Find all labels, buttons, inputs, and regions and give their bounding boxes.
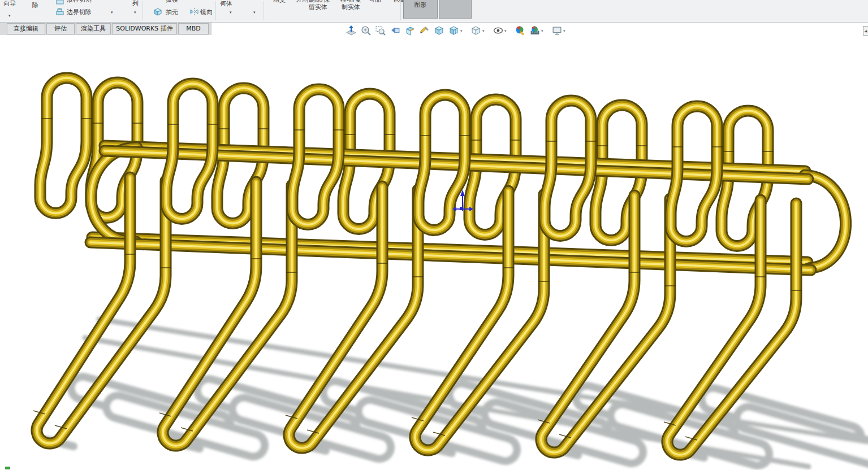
hide-show-items-icon[interactable] (493, 25, 504, 37)
split-button[interactable]: 分割 (296, 0, 308, 3)
chevron-down-icon[interactable]: ▾ (111, 10, 113, 15)
shell-button[interactable]: 抽壳 (166, 8, 178, 16)
chevron-down-icon[interactable]: ▾ (504, 29, 507, 33)
chevron-down-icon[interactable]: ▾ (134, 10, 136, 15)
instant3d-toggle[interactable]: Instant3D (439, 0, 472, 19)
delete-keep-body-button[interactable]: 留实体 (309, 3, 327, 11)
status-indicator (5, 467, 10, 469)
chevron-down-icon[interactable]: ▾ (460, 29, 463, 33)
extruded-cut-button[interactable]: 除 (32, 2, 38, 9)
reference-geometry-button[interactable]: 何体 (220, 0, 232, 7)
intersect-button[interactable]: 相交 (273, 0, 286, 3)
edit-appearance-icon[interactable] (515, 25, 526, 37)
mirror-icon (190, 7, 198, 18)
display-style-icon[interactable] (471, 25, 482, 37)
chevron-down-icon[interactable]: ▾ (482, 29, 485, 33)
boundary-cut-button[interactable]: 边界切除 (67, 8, 92, 16)
dynamic-annotation-icon[interactable] (420, 25, 431, 37)
flex-button[interactable]: 弯曲 (369, 0, 381, 3)
chevron-down-icon[interactable]: ▾ (230, 10, 232, 15)
orientation-cube-icon[interactable] (449, 25, 460, 37)
features-ribbon: 向导 ▾ 除 放样切割 边界切除 ▾ 列 ▾ 拔模 抽壳 镜向 何体 ▾ ▾ (0, 0, 868, 23)
boundary-cut-icon (56, 7, 64, 18)
view-settings-icon[interactable] (552, 25, 563, 37)
zoom-fit-icon[interactable] (361, 25, 372, 37)
chevron-down-icon[interactable]: ▾ (541, 29, 543, 33)
mirror-button[interactable]: 镜向 (200, 8, 213, 16)
view-orientation-icon[interactable] (434, 25, 446, 37)
linear-pattern-button[interactable]: 列 (132, 0, 139, 7)
bike-rack-model (0, 0, 868, 470)
previous-view-icon[interactable] (390, 25, 401, 37)
tab-4[interactable]: SOLIDWORKS 插件 (112, 23, 177, 34)
section-view-icon[interactable] (405, 25, 416, 37)
command-manager-tabs: 直接编辑评估渲染工具SOLIDWORKS 插件MBD (0, 23, 211, 35)
lofted-cut-button[interactable]: 放样切割 (67, 0, 92, 3)
chevron-down-icon[interactable]: ▾ (8, 14, 11, 18)
shell-icon (153, 7, 162, 18)
cut-off-icon (56, 0, 64, 7)
zoom-area-icon[interactable] (375, 25, 387, 37)
draft-button[interactable]: 拔模 (166, 0, 178, 3)
normal-to-icon[interactable] (346, 25, 357, 37)
hole-wizard-button[interactable]: 向导 (3, 0, 16, 7)
move-copy-body-button[interactable]: 制实体 (342, 3, 360, 11)
tab-3[interactable]: 渲染工具 (76, 23, 111, 34)
task-pane-collapse-button[interactable]: ◀ (863, 26, 868, 36)
chevron-down-icon[interactable]: ▾ (253, 10, 256, 15)
realview-graphics-toggle[interactable]: RealView 图形 (403, 0, 438, 19)
tab-5[interactable]: MBD (178, 23, 209, 34)
tab-1[interactable]: 直接编辑 (7, 23, 45, 34)
tab-2[interactable]: 评估 (46, 23, 75, 34)
apply-scene-icon[interactable] (530, 25, 541, 37)
chevron-down-icon[interactable]: ▾ (563, 29, 565, 33)
model-viewport[interactable] (0, 0, 868, 470)
